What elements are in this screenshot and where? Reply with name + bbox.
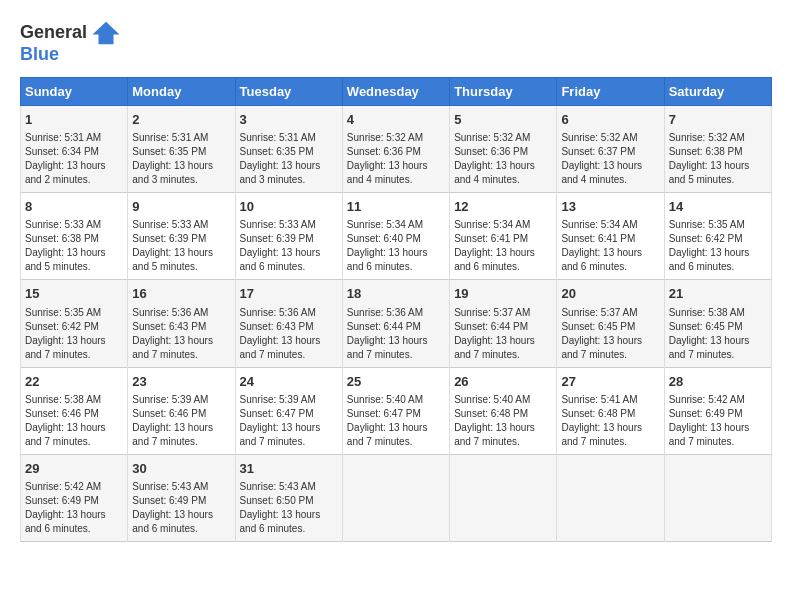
- calendar-week-row: 1Sunrise: 5:31 AMSunset: 6:34 PMDaylight…: [21, 106, 772, 193]
- calendar-cell: 9Sunrise: 5:33 AMSunset: 6:39 PMDaylight…: [128, 193, 235, 280]
- calendar-header-friday: Friday: [557, 78, 664, 106]
- cell-content: Sunrise: 5:41 AMSunset: 6:48 PMDaylight:…: [561, 394, 642, 447]
- calendar-cell: 30Sunrise: 5:43 AMSunset: 6:49 PMDayligh…: [128, 454, 235, 541]
- calendar-header-sunday: Sunday: [21, 78, 128, 106]
- calendar-week-row: 29Sunrise: 5:42 AMSunset: 6:49 PMDayligh…: [21, 454, 772, 541]
- calendar-cell: [557, 454, 664, 541]
- cell-content: Sunrise: 5:36 AMSunset: 6:43 PMDaylight:…: [132, 307, 213, 360]
- cell-content: Sunrise: 5:40 AMSunset: 6:47 PMDaylight:…: [347, 394, 428, 447]
- calendar-cell: 18Sunrise: 5:36 AMSunset: 6:44 PMDayligh…: [342, 280, 449, 367]
- cell-content: Sunrise: 5:31 AMSunset: 6:35 PMDaylight:…: [132, 132, 213, 185]
- day-number: 20: [561, 285, 659, 303]
- cell-content: Sunrise: 5:34 AMSunset: 6:40 PMDaylight:…: [347, 219, 428, 272]
- day-number: 6: [561, 111, 659, 129]
- calendar-table: SundayMondayTuesdayWednesdayThursdayFrid…: [20, 77, 772, 542]
- day-number: 17: [240, 285, 338, 303]
- calendar-cell: 5Sunrise: 5:32 AMSunset: 6:36 PMDaylight…: [450, 106, 557, 193]
- calendar-cell: 2Sunrise: 5:31 AMSunset: 6:35 PMDaylight…: [128, 106, 235, 193]
- logo-icon: [91, 18, 121, 48]
- calendar-cell: 27Sunrise: 5:41 AMSunset: 6:48 PMDayligh…: [557, 367, 664, 454]
- calendar-header-thursday: Thursday: [450, 78, 557, 106]
- day-number: 26: [454, 373, 552, 391]
- calendar-cell: 10Sunrise: 5:33 AMSunset: 6:39 PMDayligh…: [235, 193, 342, 280]
- cell-content: Sunrise: 5:35 AMSunset: 6:42 PMDaylight:…: [25, 307, 106, 360]
- calendar-cell: 1Sunrise: 5:31 AMSunset: 6:34 PMDaylight…: [21, 106, 128, 193]
- day-number: 25: [347, 373, 445, 391]
- calendar-cell: 22Sunrise: 5:38 AMSunset: 6:46 PMDayligh…: [21, 367, 128, 454]
- calendar-cell: [664, 454, 771, 541]
- calendar-cell: 25Sunrise: 5:40 AMSunset: 6:47 PMDayligh…: [342, 367, 449, 454]
- cell-content: Sunrise: 5:39 AMSunset: 6:46 PMDaylight:…: [132, 394, 213, 447]
- calendar-cell: 16Sunrise: 5:36 AMSunset: 6:43 PMDayligh…: [128, 280, 235, 367]
- calendar-cell: 20Sunrise: 5:37 AMSunset: 6:45 PMDayligh…: [557, 280, 664, 367]
- calendar-cell: 23Sunrise: 5:39 AMSunset: 6:46 PMDayligh…: [128, 367, 235, 454]
- cell-content: Sunrise: 5:42 AMSunset: 6:49 PMDaylight:…: [669, 394, 750, 447]
- calendar-header-tuesday: Tuesday: [235, 78, 342, 106]
- cell-content: Sunrise: 5:37 AMSunset: 6:44 PMDaylight:…: [454, 307, 535, 360]
- calendar-cell: [342, 454, 449, 541]
- calendar-header-row: SundayMondayTuesdayWednesdayThursdayFrid…: [21, 78, 772, 106]
- day-number: 18: [347, 285, 445, 303]
- cell-content: Sunrise: 5:43 AMSunset: 6:49 PMDaylight:…: [132, 481, 213, 534]
- day-number: 21: [669, 285, 767, 303]
- calendar-cell: 4Sunrise: 5:32 AMSunset: 6:36 PMDaylight…: [342, 106, 449, 193]
- calendar-cell: 8Sunrise: 5:33 AMSunset: 6:38 PMDaylight…: [21, 193, 128, 280]
- cell-content: Sunrise: 5:33 AMSunset: 6:39 PMDaylight:…: [240, 219, 321, 272]
- calendar-week-row: 22Sunrise: 5:38 AMSunset: 6:46 PMDayligh…: [21, 367, 772, 454]
- day-number: 13: [561, 198, 659, 216]
- cell-content: Sunrise: 5:32 AMSunset: 6:38 PMDaylight:…: [669, 132, 750, 185]
- cell-content: Sunrise: 5:32 AMSunset: 6:36 PMDaylight:…: [454, 132, 535, 185]
- day-number: 11: [347, 198, 445, 216]
- calendar-week-row: 15Sunrise: 5:35 AMSunset: 6:42 PMDayligh…: [21, 280, 772, 367]
- day-number: 30: [132, 460, 230, 478]
- day-number: 9: [132, 198, 230, 216]
- cell-content: Sunrise: 5:34 AMSunset: 6:41 PMDaylight:…: [454, 219, 535, 272]
- cell-content: Sunrise: 5:36 AMSunset: 6:43 PMDaylight:…: [240, 307, 321, 360]
- day-number: 8: [25, 198, 123, 216]
- calendar-cell: 31Sunrise: 5:43 AMSunset: 6:50 PMDayligh…: [235, 454, 342, 541]
- calendar-cell: 11Sunrise: 5:34 AMSunset: 6:40 PMDayligh…: [342, 193, 449, 280]
- calendar-cell: 24Sunrise: 5:39 AMSunset: 6:47 PMDayligh…: [235, 367, 342, 454]
- day-number: 2: [132, 111, 230, 129]
- cell-content: Sunrise: 5:31 AMSunset: 6:35 PMDaylight:…: [240, 132, 321, 185]
- cell-content: Sunrise: 5:38 AMSunset: 6:46 PMDaylight:…: [25, 394, 106, 447]
- day-number: 28: [669, 373, 767, 391]
- day-number: 27: [561, 373, 659, 391]
- calendar-cell: 17Sunrise: 5:36 AMSunset: 6:43 PMDayligh…: [235, 280, 342, 367]
- cell-content: Sunrise: 5:33 AMSunset: 6:38 PMDaylight:…: [25, 219, 106, 272]
- day-number: 29: [25, 460, 123, 478]
- calendar-week-row: 8Sunrise: 5:33 AMSunset: 6:38 PMDaylight…: [21, 193, 772, 280]
- day-number: 10: [240, 198, 338, 216]
- day-number: 31: [240, 460, 338, 478]
- day-number: 24: [240, 373, 338, 391]
- day-number: 15: [25, 285, 123, 303]
- day-number: 14: [669, 198, 767, 216]
- calendar-cell: 19Sunrise: 5:37 AMSunset: 6:44 PMDayligh…: [450, 280, 557, 367]
- calendar-header-saturday: Saturday: [664, 78, 771, 106]
- day-number: 7: [669, 111, 767, 129]
- calendar-header-monday: Monday: [128, 78, 235, 106]
- calendar-cell: 3Sunrise: 5:31 AMSunset: 6:35 PMDaylight…: [235, 106, 342, 193]
- calendar-cell: 15Sunrise: 5:35 AMSunset: 6:42 PMDayligh…: [21, 280, 128, 367]
- calendar-cell: [450, 454, 557, 541]
- calendar-cell: 13Sunrise: 5:34 AMSunset: 6:41 PMDayligh…: [557, 193, 664, 280]
- cell-content: Sunrise: 5:32 AMSunset: 6:37 PMDaylight:…: [561, 132, 642, 185]
- day-number: 16: [132, 285, 230, 303]
- svg-marker-0: [93, 22, 120, 45]
- day-number: 5: [454, 111, 552, 129]
- calendar-cell: 7Sunrise: 5:32 AMSunset: 6:38 PMDaylight…: [664, 106, 771, 193]
- day-number: 22: [25, 373, 123, 391]
- cell-content: Sunrise: 5:34 AMSunset: 6:41 PMDaylight:…: [561, 219, 642, 272]
- cell-content: Sunrise: 5:42 AMSunset: 6:49 PMDaylight:…: [25, 481, 106, 534]
- cell-content: Sunrise: 5:39 AMSunset: 6:47 PMDaylight:…: [240, 394, 321, 447]
- cell-content: Sunrise: 5:35 AMSunset: 6:42 PMDaylight:…: [669, 219, 750, 272]
- cell-content: Sunrise: 5:43 AMSunset: 6:50 PMDaylight:…: [240, 481, 321, 534]
- day-number: 19: [454, 285, 552, 303]
- calendar-cell: 14Sunrise: 5:35 AMSunset: 6:42 PMDayligh…: [664, 193, 771, 280]
- logo-text: General: [20, 23, 87, 43]
- cell-content: Sunrise: 5:31 AMSunset: 6:34 PMDaylight:…: [25, 132, 106, 185]
- calendar-cell: 12Sunrise: 5:34 AMSunset: 6:41 PMDayligh…: [450, 193, 557, 280]
- cell-content: Sunrise: 5:32 AMSunset: 6:36 PMDaylight:…: [347, 132, 428, 185]
- cell-content: Sunrise: 5:40 AMSunset: 6:48 PMDaylight:…: [454, 394, 535, 447]
- cell-content: Sunrise: 5:36 AMSunset: 6:44 PMDaylight:…: [347, 307, 428, 360]
